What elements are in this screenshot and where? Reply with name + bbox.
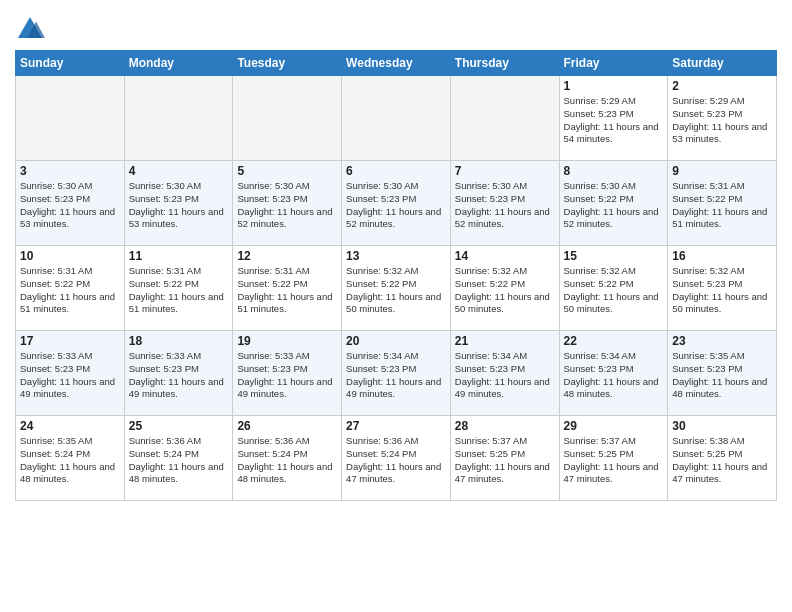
calendar-cell: 2Sunrise: 5:29 AM Sunset: 5:23 PM Daylig… [668, 76, 777, 161]
day-number: 25 [129, 419, 229, 433]
calendar-cell: 20Sunrise: 5:34 AM Sunset: 5:23 PM Dayli… [342, 331, 451, 416]
calendar-week-5: 24Sunrise: 5:35 AM Sunset: 5:24 PM Dayli… [16, 416, 777, 501]
weekday-header-thursday: Thursday [450, 51, 559, 76]
calendar-cell [342, 76, 451, 161]
day-number: 17 [20, 334, 120, 348]
day-detail: Sunrise: 5:34 AM Sunset: 5:23 PM Dayligh… [564, 350, 664, 401]
page: SundayMondayTuesdayWednesdayThursdayFrid… [0, 0, 792, 612]
calendar-cell: 21Sunrise: 5:34 AM Sunset: 5:23 PM Dayli… [450, 331, 559, 416]
calendar-cell [450, 76, 559, 161]
calendar-week-1: 1Sunrise: 5:29 AM Sunset: 5:23 PM Daylig… [16, 76, 777, 161]
day-number: 7 [455, 164, 555, 178]
calendar-cell: 8Sunrise: 5:30 AM Sunset: 5:22 PM Daylig… [559, 161, 668, 246]
day-detail: Sunrise: 5:34 AM Sunset: 5:23 PM Dayligh… [346, 350, 446, 401]
day-number: 18 [129, 334, 229, 348]
day-detail: Sunrise: 5:36 AM Sunset: 5:24 PM Dayligh… [237, 435, 337, 486]
day-detail: Sunrise: 5:31 AM Sunset: 5:22 PM Dayligh… [672, 180, 772, 231]
calendar-cell: 23Sunrise: 5:35 AM Sunset: 5:23 PM Dayli… [668, 331, 777, 416]
calendar-cell [233, 76, 342, 161]
calendar-cell: 27Sunrise: 5:36 AM Sunset: 5:24 PM Dayli… [342, 416, 451, 501]
day-detail: Sunrise: 5:30 AM Sunset: 5:22 PM Dayligh… [564, 180, 664, 231]
calendar-cell: 24Sunrise: 5:35 AM Sunset: 5:24 PM Dayli… [16, 416, 125, 501]
calendar-cell: 25Sunrise: 5:36 AM Sunset: 5:24 PM Dayli… [124, 416, 233, 501]
day-detail: Sunrise: 5:30 AM Sunset: 5:23 PM Dayligh… [237, 180, 337, 231]
calendar-cell: 6Sunrise: 5:30 AM Sunset: 5:23 PM Daylig… [342, 161, 451, 246]
calendar-cell [16, 76, 125, 161]
day-number: 29 [564, 419, 664, 433]
day-detail: Sunrise: 5:30 AM Sunset: 5:23 PM Dayligh… [455, 180, 555, 231]
day-detail: Sunrise: 5:30 AM Sunset: 5:23 PM Dayligh… [346, 180, 446, 231]
day-detail: Sunrise: 5:36 AM Sunset: 5:24 PM Dayligh… [346, 435, 446, 486]
logo-icon [15, 14, 45, 44]
calendar-cell: 22Sunrise: 5:34 AM Sunset: 5:23 PM Dayli… [559, 331, 668, 416]
day-number: 28 [455, 419, 555, 433]
calendar-cell: 29Sunrise: 5:37 AM Sunset: 5:25 PM Dayli… [559, 416, 668, 501]
day-number: 5 [237, 164, 337, 178]
day-detail: Sunrise: 5:29 AM Sunset: 5:23 PM Dayligh… [564, 95, 664, 146]
calendar-week-2: 3Sunrise: 5:30 AM Sunset: 5:23 PM Daylig… [16, 161, 777, 246]
day-number: 2 [672, 79, 772, 93]
day-detail: Sunrise: 5:32 AM Sunset: 5:22 PM Dayligh… [455, 265, 555, 316]
calendar-table: SundayMondayTuesdayWednesdayThursdayFrid… [15, 50, 777, 501]
calendar-cell: 1Sunrise: 5:29 AM Sunset: 5:23 PM Daylig… [559, 76, 668, 161]
calendar-cell: 18Sunrise: 5:33 AM Sunset: 5:23 PM Dayli… [124, 331, 233, 416]
day-detail: Sunrise: 5:30 AM Sunset: 5:23 PM Dayligh… [20, 180, 120, 231]
calendar-cell: 19Sunrise: 5:33 AM Sunset: 5:23 PM Dayli… [233, 331, 342, 416]
day-detail: Sunrise: 5:32 AM Sunset: 5:23 PM Dayligh… [672, 265, 772, 316]
calendar-cell: 17Sunrise: 5:33 AM Sunset: 5:23 PM Dayli… [16, 331, 125, 416]
day-number: 19 [237, 334, 337, 348]
calendar-cell: 12Sunrise: 5:31 AM Sunset: 5:22 PM Dayli… [233, 246, 342, 331]
day-number: 8 [564, 164, 664, 178]
day-number: 3 [20, 164, 120, 178]
day-detail: Sunrise: 5:38 AM Sunset: 5:25 PM Dayligh… [672, 435, 772, 486]
day-detail: Sunrise: 5:33 AM Sunset: 5:23 PM Dayligh… [20, 350, 120, 401]
weekday-header-wednesday: Wednesday [342, 51, 451, 76]
day-detail: Sunrise: 5:33 AM Sunset: 5:23 PM Dayligh… [129, 350, 229, 401]
weekday-header-friday: Friday [559, 51, 668, 76]
calendar-cell: 10Sunrise: 5:31 AM Sunset: 5:22 PM Dayli… [16, 246, 125, 331]
calendar-cell: 4Sunrise: 5:30 AM Sunset: 5:23 PM Daylig… [124, 161, 233, 246]
calendar-cell: 26Sunrise: 5:36 AM Sunset: 5:24 PM Dayli… [233, 416, 342, 501]
day-number: 21 [455, 334, 555, 348]
day-detail: Sunrise: 5:31 AM Sunset: 5:22 PM Dayligh… [237, 265, 337, 316]
calendar-cell: 11Sunrise: 5:31 AM Sunset: 5:22 PM Dayli… [124, 246, 233, 331]
day-number: 26 [237, 419, 337, 433]
day-number: 24 [20, 419, 120, 433]
day-number: 14 [455, 249, 555, 263]
weekday-header-monday: Monday [124, 51, 233, 76]
day-detail: Sunrise: 5:31 AM Sunset: 5:22 PM Dayligh… [20, 265, 120, 316]
day-number: 20 [346, 334, 446, 348]
header [15, 10, 777, 44]
day-number: 9 [672, 164, 772, 178]
weekday-header-tuesday: Tuesday [233, 51, 342, 76]
calendar-cell [124, 76, 233, 161]
weekday-header-row: SundayMondayTuesdayWednesdayThursdayFrid… [16, 51, 777, 76]
day-detail: Sunrise: 5:35 AM Sunset: 5:23 PM Dayligh… [672, 350, 772, 401]
calendar-cell: 28Sunrise: 5:37 AM Sunset: 5:25 PM Dayli… [450, 416, 559, 501]
day-number: 1 [564, 79, 664, 93]
day-detail: Sunrise: 5:34 AM Sunset: 5:23 PM Dayligh… [455, 350, 555, 401]
weekday-header-sunday: Sunday [16, 51, 125, 76]
day-detail: Sunrise: 5:36 AM Sunset: 5:24 PM Dayligh… [129, 435, 229, 486]
day-detail: Sunrise: 5:32 AM Sunset: 5:22 PM Dayligh… [346, 265, 446, 316]
calendar-week-4: 17Sunrise: 5:33 AM Sunset: 5:23 PM Dayli… [16, 331, 777, 416]
day-detail: Sunrise: 5:30 AM Sunset: 5:23 PM Dayligh… [129, 180, 229, 231]
day-number: 10 [20, 249, 120, 263]
calendar-cell: 9Sunrise: 5:31 AM Sunset: 5:22 PM Daylig… [668, 161, 777, 246]
day-number: 13 [346, 249, 446, 263]
day-number: 4 [129, 164, 229, 178]
day-detail: Sunrise: 5:29 AM Sunset: 5:23 PM Dayligh… [672, 95, 772, 146]
weekday-header-saturday: Saturday [668, 51, 777, 76]
calendar-cell: 7Sunrise: 5:30 AM Sunset: 5:23 PM Daylig… [450, 161, 559, 246]
day-number: 30 [672, 419, 772, 433]
day-number: 12 [237, 249, 337, 263]
calendar-cell: 13Sunrise: 5:32 AM Sunset: 5:22 PM Dayli… [342, 246, 451, 331]
day-detail: Sunrise: 5:37 AM Sunset: 5:25 PM Dayligh… [455, 435, 555, 486]
calendar-cell: 16Sunrise: 5:32 AM Sunset: 5:23 PM Dayli… [668, 246, 777, 331]
day-number: 23 [672, 334, 772, 348]
day-detail: Sunrise: 5:35 AM Sunset: 5:24 PM Dayligh… [20, 435, 120, 486]
calendar-cell: 3Sunrise: 5:30 AM Sunset: 5:23 PM Daylig… [16, 161, 125, 246]
calendar-cell: 15Sunrise: 5:32 AM Sunset: 5:22 PM Dayli… [559, 246, 668, 331]
logo [15, 14, 47, 44]
day-number: 27 [346, 419, 446, 433]
